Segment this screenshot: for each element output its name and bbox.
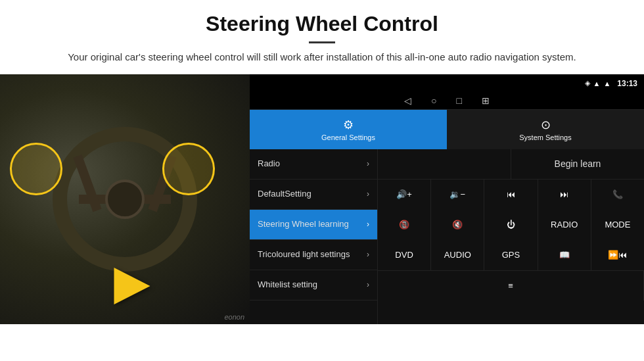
main-content: eonon ◈ ▲ ▲ 13:13 ◁ ○ □ ⊞ ⚙ General Sett… — [0, 74, 644, 324]
general-settings-icon: ⚙ — [343, 118, 354, 132]
menu-item-tricoloured-label: Tricoloured light settings — [258, 249, 350, 260]
menu-item-radio-label: Radio — [258, 158, 280, 169]
home-nav-icon[interactable]: ○ — [431, 95, 436, 106]
menu-item-default-label: DefaultSetting — [258, 189, 311, 199]
dvd-button[interactable]: DVD — [378, 240, 430, 270]
list-icon: ≡ — [508, 281, 513, 291]
menu-item-tricoloured[interactable]: Tricoloured light settings › — [250, 240, 377, 270]
android-panel: ◈ ▲ ▲ 13:13 ◁ ○ □ ⊞ ⚙ General Settings ⊙… — [250, 74, 644, 324]
menu-item-steering-wheel[interactable]: Steering Wheel learning › — [250, 210, 377, 240]
gps-icon: ◈ — [585, 79, 590, 87]
mode-button[interactable]: MODE — [591, 210, 644, 240]
power-button[interactable]: ⏻ — [484, 210, 537, 240]
steering-wheel-hub — [105, 180, 145, 219]
settings-area: Radio › DefaultSetting › Steering Wheel … — [250, 149, 644, 324]
system-settings-label: System Settings — [519, 133, 571, 141]
control-area: Begin learn 🔊+ 🔉− ⏮ ⏭ — [378, 149, 644, 324]
chevron-tricoloured-icon: › — [367, 250, 369, 259]
signal-icon: ▲ — [603, 80, 610, 87]
button-row-1: 🔊+ 🔉− ⏮ ⏭ 📞 — [378, 180, 644, 210]
chevron-steering-icon: › — [367, 220, 369, 229]
phone-book-icon: 📖 — [559, 250, 570, 260]
top-tabs: ⚙ General Settings ⊙ System Settings — [250, 110, 644, 149]
mute-icon: 🔇 — [452, 220, 463, 229]
radio-button[interactable]: RADIO — [538, 210, 591, 240]
button-row-3: DVD AUDIO GPS 📖 ⏩⏮ — [378, 240, 644, 270]
watermark: eonon — [224, 313, 244, 321]
audio-label: AUDIO — [444, 250, 471, 260]
call-end-button[interactable]: 📵 — [378, 210, 430, 240]
vol-down-icon: 🔉− — [449, 189, 465, 199]
arrow-indicator — [114, 268, 150, 304]
page-subtitle: Your original car's steering wheel contr… — [26, 50, 618, 65]
header-divider — [309, 41, 335, 43]
steering-wheel-image: eonon — [0, 74, 250, 324]
grid-nav-icon[interactable]: ⊞ — [482, 95, 490, 106]
general-settings-label: General Settings — [321, 133, 375, 141]
dvd-label: DVD — [395, 250, 413, 260]
next-track-icon: ⏭ — [560, 189, 568, 199]
system-settings-icon: ⊙ — [541, 118, 551, 132]
phone-icon: 📞 — [612, 189, 623, 199]
phone-button[interactable]: 📞 — [591, 180, 644, 210]
control-empty-box — [378, 149, 511, 179]
page-header: Steering Wheel Control Your original car… — [0, 0, 644, 72]
tab-system-settings[interactable]: ⊙ System Settings — [447, 110, 644, 149]
back-nav-icon[interactable]: ◁ — [404, 95, 411, 106]
menu-item-whitelist-label: Whitelist setting — [258, 279, 317, 290]
power-icon: ⏻ — [507, 220, 515, 229]
highlight-circle-left — [10, 143, 62, 195]
audio-button[interactable]: AUDIO — [431, 240, 484, 270]
arrow-shape — [114, 268, 150, 304]
vol-up-icon: 🔊+ — [396, 189, 412, 199]
vol-down-button[interactable]: 🔉− — [431, 180, 484, 210]
skip-combo-icon: ⏩⏮ — [608, 250, 627, 260]
chevron-radio-icon: › — [367, 159, 369, 168]
tab-general-settings[interactable]: ⚙ General Settings — [250, 110, 447, 149]
radio-label: RADIO — [551, 220, 578, 229]
status-bar: ◈ ▲ ▲ 13:13 — [250, 74, 644, 93]
status-time: 13:13 — [617, 79, 637, 88]
skip-combo-button[interactable]: ⏩⏮ — [591, 240, 644, 270]
mode-label: MODE — [605, 220, 630, 229]
call-end-icon: 📵 — [399, 220, 409, 229]
button-row-bottom: ≡ — [378, 270, 644, 301]
phone-book-button[interactable]: 📖 — [538, 240, 591, 270]
prev-track-button[interactable]: ⏮ — [484, 180, 537, 210]
wifi-icon: ▲ — [593, 80, 601, 87]
highlight-circle-right — [162, 143, 215, 195]
gps-label: GPS — [502, 250, 520, 260]
page-title: Steering Wheel Control — [26, 12, 618, 36]
next-track-button[interactable]: ⏭ — [538, 180, 591, 210]
prev-track-icon: ⏮ — [507, 189, 515, 199]
chevron-default-icon: › — [367, 189, 369, 199]
status-icons: ◈ ▲ ▲ — [585, 79, 611, 87]
menu-item-radio[interactable]: Radio › — [250, 149, 377, 180]
chevron-whitelist-icon: › — [367, 280, 369, 289]
mute-button[interactable]: 🔇 — [431, 210, 484, 240]
button-row-2: 📵 🔇 ⏻ RADIO MODE — [378, 210, 644, 240]
nav-bar[interactable]: ◁ ○ □ ⊞ — [250, 93, 644, 110]
vol-up-button[interactable]: 🔊+ — [378, 180, 430, 210]
recents-nav-icon[interactable]: □ — [457, 95, 462, 106]
list-button[interactable]: ≡ — [378, 271, 644, 301]
begin-learn-button[interactable]: Begin learn — [511, 149, 644, 179]
settings-menu: Radio › DefaultSetting › Steering Wheel … — [250, 149, 378, 324]
menu-item-default-setting[interactable]: DefaultSetting › — [250, 180, 377, 210]
control-top-row: Begin learn — [378, 149, 644, 180]
menu-item-steering-label: Steering Wheel learning — [258, 219, 349, 229]
gps-button[interactable]: GPS — [484, 240, 537, 270]
menu-item-whitelist[interactable]: Whitelist setting › — [250, 270, 377, 301]
